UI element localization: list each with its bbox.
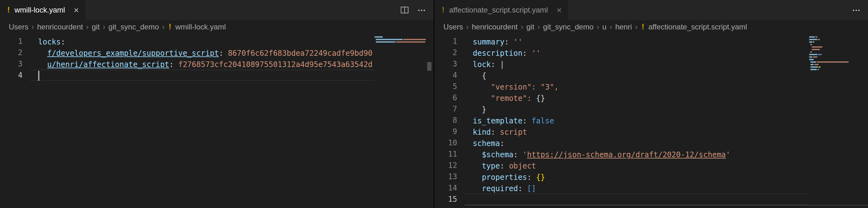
minimap-line xyxy=(810,64,861,65)
minimap-token xyxy=(818,67,820,68)
breadcrumb-separator-icon: › xyxy=(103,23,105,31)
breadcrumb-item[interactable]: git xyxy=(526,23,534,31)
code-token: [] xyxy=(527,184,536,193)
code-token: : xyxy=(169,60,178,69)
breadcrumb-item[interactable]: git_sync_demo xyxy=(543,23,593,31)
minimap-token xyxy=(812,49,820,50)
code-line[interactable]: { xyxy=(465,70,859,81)
code-line[interactable]: locks: xyxy=(30,36,425,47)
code-token xyxy=(473,173,482,182)
tab-wmill-lock-yaml[interactable]: ! wmill-lock.yaml × xyxy=(0,0,85,20)
code-editor-left[interactable]: 1234 locks: f/developers_example/support… xyxy=(0,34,433,208)
code-token: : xyxy=(500,139,504,148)
code-token: false xyxy=(532,116,554,125)
code-line[interactable]: } xyxy=(465,103,859,115)
code-token: | xyxy=(500,60,504,69)
close-tab-icon[interactable]: × xyxy=(74,6,79,15)
code-line[interactable]: "version": "3", xyxy=(465,81,859,92)
code-line[interactable]: required: [] xyxy=(465,182,859,193)
minimap-token xyxy=(403,39,426,40)
current-line-rule xyxy=(465,205,868,206)
code-token: : xyxy=(491,128,500,136)
breadcrumb-separator-icon: › xyxy=(466,23,469,31)
minimap-token xyxy=(809,56,812,58)
code-token: '' xyxy=(514,37,523,46)
code-line[interactable]: f/developers_example/supportive_script: … xyxy=(30,47,425,58)
minimap-line xyxy=(810,61,861,63)
minimap-token xyxy=(810,44,812,45)
minimap-line xyxy=(812,46,861,48)
breadcrumb-item[interactable]: henri xyxy=(615,23,632,31)
code-line[interactable] xyxy=(30,70,425,81)
code-line[interactable]: "remote": {} xyxy=(465,92,859,103)
code-token: is_template xyxy=(473,116,523,125)
code-line[interactable]: summary: '' xyxy=(465,36,859,47)
minimap[interactable] xyxy=(375,34,426,208)
breadcrumb-item[interactable]: henricourdent xyxy=(472,23,518,31)
code-line[interactable]: type: object xyxy=(465,160,859,171)
code-token: : xyxy=(61,37,65,46)
minimap-token xyxy=(810,67,818,68)
minimap-line xyxy=(375,36,426,37)
breadcrumb-item[interactable]: henricourdent xyxy=(37,23,83,31)
editor-group-left: ! wmill-lock.yaml × ··· Users›henricourd… xyxy=(0,0,433,208)
split-editor-icon[interactable] xyxy=(400,6,409,15)
breadcrumb-file-name: wmill-lock.yaml xyxy=(176,23,226,31)
minimap-line xyxy=(810,44,861,45)
code-token: : xyxy=(527,173,536,182)
code-token: required xyxy=(482,184,518,193)
code-token: : xyxy=(504,37,514,46)
tab-bar-left: ! wmill-lock.yaml × ··· xyxy=(0,0,433,20)
tab-affectionate-script-yaml[interactable]: ! affectionate_script.script.yaml × xyxy=(435,0,568,20)
minimap-line xyxy=(376,41,426,43)
code-line[interactable]: u/henri/affectionate_script: f2768573cfc… xyxy=(30,58,425,70)
code-token: "version": "3", xyxy=(491,83,559,92)
code-line[interactable]: $schema: 'https://json-schema.org/draft/… xyxy=(465,149,859,160)
minimap-token xyxy=(818,39,820,40)
code-editor-right[interactable]: 123456789101112131415 summary: ''descrip… xyxy=(435,34,868,208)
breadcrumb-file[interactable]: !wmill-lock.yaml xyxy=(167,23,226,31)
breadcrumb-item[interactable]: u xyxy=(602,23,606,31)
text-cursor xyxy=(38,71,39,81)
code-token: type xyxy=(482,162,500,171)
more-actions-icon[interactable]: ··· xyxy=(418,5,426,15)
minimap[interactable] xyxy=(809,34,861,208)
code-token xyxy=(38,60,47,69)
minimap-token xyxy=(812,46,823,48)
code-token: locks xyxy=(38,37,61,46)
editor-group-right: ! affectionate_script.script.yaml × ··· … xyxy=(435,0,868,208)
code-line[interactable]: kind: script xyxy=(465,126,859,137)
minimap-token xyxy=(813,56,817,58)
code-line[interactable] xyxy=(465,193,859,205)
minimap-token xyxy=(809,36,815,37)
code-token: : xyxy=(219,49,228,58)
code-token: : xyxy=(514,150,523,159)
editor-actions-right: ··· xyxy=(845,0,868,20)
breadcrumb-separator-icon: › xyxy=(86,23,89,31)
minimap-token xyxy=(810,69,817,70)
code-token: f2768573cfc204108975501312a4d95e7543a635… xyxy=(178,60,372,69)
scrollbar-cursor-marker[interactable] xyxy=(427,62,432,71)
tab-bar-right: ! affectionate_script.script.yaml × ··· xyxy=(435,0,868,20)
minimap-token xyxy=(396,41,425,43)
code-token: : xyxy=(523,116,532,125)
minimap-line xyxy=(810,67,861,68)
code-token: description xyxy=(473,49,523,58)
code-line[interactable]: description: '' xyxy=(465,47,859,58)
code-line[interactable]: is_template: false xyxy=(465,115,859,126)
code-line[interactable]: schema: xyxy=(465,137,859,149)
code-line[interactable]: properties: {} xyxy=(465,171,859,182)
code-content: summary: ''description: ''lock: | { "ver… xyxy=(435,36,859,205)
close-tab-icon[interactable]: × xyxy=(557,6,562,15)
breadcrumb-item[interactable]: Users xyxy=(443,23,463,31)
minimap-token xyxy=(809,39,817,40)
breadcrumb-item[interactable]: git_sync_demo xyxy=(108,23,159,31)
minimap-token xyxy=(809,59,814,60)
breadcrumb-separator-icon: › xyxy=(521,23,523,31)
code-token: kind xyxy=(473,128,491,136)
breadcrumb-item[interactable]: git xyxy=(92,23,99,31)
breadcrumb-item[interactable]: Users xyxy=(9,23,28,31)
more-actions-icon[interactable]: ··· xyxy=(852,5,861,15)
breadcrumb-file[interactable]: !affectionate_script.script.yaml xyxy=(641,23,747,31)
code-line[interactable]: lock: | xyxy=(465,58,859,70)
